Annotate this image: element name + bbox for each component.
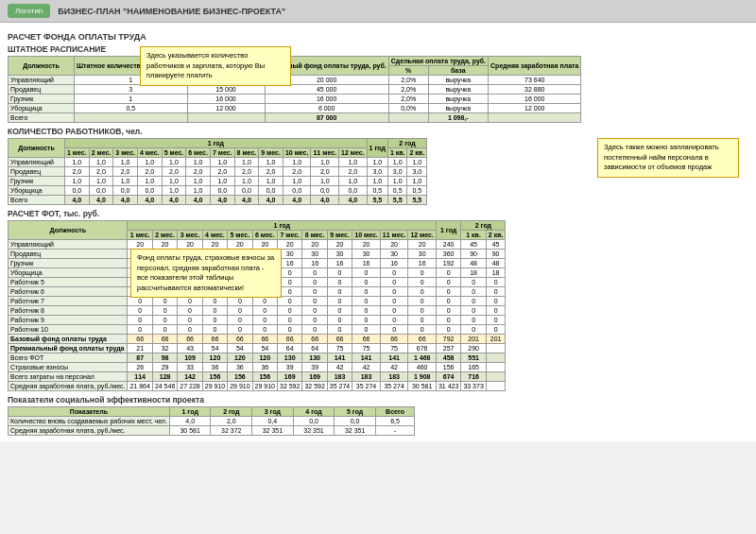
ind-row-salary: Средняя заработная плата, руб./мес. 30 5… (9, 426, 415, 436)
col-header-piecework: Сдельная оплата труда, руб. (388, 57, 488, 66)
fot-col-year1total: 1 год (436, 221, 460, 240)
wt-m7: 7 мес. (210, 148, 234, 158)
fot-col-year1: 1 год (128, 221, 436, 231)
fot-row: Работник 10000000000000000 (9, 325, 506, 335)
tooltip-auto: Фонд оплаты труда, страховые взносы за п… (130, 249, 282, 298)
staff-row: Управляющий120 00020 0002,0%выручка73 64… (9, 76, 581, 85)
ind-col-y2: 2 год (211, 407, 252, 417)
sub-title-staff: ШТАТНОЕ РАСПИСАНИЕ (8, 44, 748, 54)
sub-title-fot: РАСЧЕТ ФОТ, тыс. руб. (8, 209, 748, 218)
fot-m7: 7 мес. (278, 231, 302, 240)
ind-col-y5: 5 год (335, 407, 376, 417)
fot-m5: 5 мес. (228, 231, 252, 240)
wt-m1: 1 мес. (65, 148, 90, 158)
workers-row: Продавец2,02,02,02,02,02,02,02,02,02,02,… (9, 167, 427, 177)
fot-insurance-row: Страховые взносы262933363636393942424246… (9, 363, 506, 372)
wt-m2: 2 мес. (89, 148, 113, 158)
tooltip-gradual: Здесь также можно запланировать постепен… (597, 138, 739, 178)
logo-button[interactable]: Логотип (8, 4, 50, 18)
wt-m4: 4 мес. (137, 148, 162, 158)
fot-total-personnel-row: Всего затраты на персонал114128142156156… (9, 372, 506, 382)
fot-avg-salary-row: Средняя заработная плата, руб./мес.21 86… (9, 382, 506, 391)
fot-row: Работник 9000000000000000 (9, 316, 506, 325)
workers-table: Должность 1 год 1 год 2 год 1 мес. 2 мес… (8, 138, 427, 205)
staff-total-row: Всего87 0001 098,- (9, 113, 581, 123)
fot-table: Должность 1 год 1 год 2 год 1 мес. 2 мес… (8, 220, 506, 391)
fot-col-year2: 2 год (461, 221, 506, 231)
top-bar: Логотип БИЗНЕС-ПЛАН "НАИМЕНОВАНИЕ БИЗНЕС… (0, 0, 756, 23)
indicators-section: Показатели социальной эффективности прое… (8, 395, 748, 436)
fot-m8: 8 мес. (302, 231, 327, 240)
fot-row: Работник 7000000000000000 (9, 297, 506, 306)
fot-col-position: Должность (9, 221, 128, 240)
wt-q2: 2 кв. (407, 148, 427, 158)
wt-col-year2: 2 год (387, 139, 426, 148)
indicators-table: Показатель 1 год 2 год 3 год 4 год 5 год… (8, 406, 415, 436)
fot-premium-row: Премиальный фонд оплаты труда21324354545… (9, 344, 506, 353)
fot-m10: 10 мес. (352, 231, 381, 240)
ind-col-indicator: Показатель (9, 407, 170, 417)
ind-col-y4: 4 год (293, 407, 335, 417)
ind-col-y3: 3 год (252, 407, 294, 417)
tooltip-workers: Здесь указывается количество работников … (140, 46, 291, 86)
wt-q1: 1 кв. (387, 148, 407, 158)
fot-base-row: Базовый фонд оплаты труда666666666666666… (9, 335, 506, 344)
wt-m10: 10 мес. (283, 148, 311, 158)
fot-m12: 12 мес. (408, 231, 437, 240)
fot-q1: 1 кв. (461, 231, 486, 240)
workers-total-row: Всего4,04,04,04,04,04,04,04,04,04,04,04,… (9, 196, 427, 205)
sub-title-workers: КОЛИЧЕСТВО РАБОТНИКОВ, чел. (8, 127, 748, 136)
fot-q2: 2 кв. (486, 231, 506, 240)
fot-m2: 2 мес. (152, 231, 177, 240)
ind-row-jobs: Количество вновь создаваемых рабочих мес… (9, 417, 415, 426)
fot-row: Управляющий20202020202020202020202024045… (9, 240, 506, 250)
wt-m8: 8 мес. (234, 148, 259, 158)
fot-total-row: Всего ФОТ8798109120120120130130141141141… (9, 353, 506, 363)
workers-row: Уборщица0,00,00,00,01,01,00,00,00,00,00,… (9, 186, 427, 196)
col-sub-percent: % (388, 66, 428, 76)
wt-col-year1: 1 год (65, 139, 368, 148)
col-sub-base: база (428, 66, 489, 76)
wt-m3: 3 мес. (113, 148, 138, 158)
main-content: РАСЧЕТ ФОНДА ОПЛАТЫ ТРУДА ШТАТНОЕ РАСПИС… (0, 23, 756, 441)
wt-col-year1total: 1 год (367, 139, 387, 158)
top-bar-title: БИЗНЕС-ПЛАН "НАИМЕНОВАНИЕ БИЗНЕС-ПРОЕКТА… (58, 7, 285, 16)
ind-col-total: Всего (375, 407, 414, 417)
staff-table: Должность Штатное количество работников … (8, 56, 581, 123)
staff-row: Продавец315 00045 0002,0%выручка32 880 (9, 85, 581, 95)
wt-m5: 5 мес. (162, 148, 186, 158)
fot-m4: 4 мес. (202, 231, 227, 240)
indicators-title: Показатели социальной эффективности прое… (8, 395, 748, 405)
fot-m9: 9 мес. (327, 231, 352, 240)
wt-m9: 9 мес. (259, 148, 284, 158)
fot-m6: 6 мес. (252, 231, 277, 240)
fot-row: Работник 8000000000000000 (9, 306, 506, 316)
fot-m11: 11 мес. (380, 231, 408, 240)
workers-row: Управляющий1,01,01,01,01,01,01,01,01,01,… (9, 158, 427, 167)
wt-col-position: Должность (9, 139, 65, 158)
staff-row: Уборщица0,512 0006 0000,0%выручка12 000 (9, 104, 581, 113)
fot-m1: 1 мес. (128, 231, 152, 240)
wt-m6: 6 мес. (186, 148, 211, 158)
fot-m3: 3 мес. (178, 231, 202, 240)
col-header-avg: Средняя заработная плата (489, 57, 581, 76)
wt-m11: 11 мес. (311, 148, 339, 158)
staff-row: Грузчик116 00016 0002,0%выручка16 000 (9, 95, 581, 104)
ind-col-y1: 1 год (169, 407, 211, 417)
section-title-payroll: РАСЧЕТ ФОНДА ОПЛАТЫ ТРУДА (8, 32, 748, 42)
wt-m12: 12 мес. (339, 148, 368, 158)
col-header-position: Должность (9, 57, 75, 76)
workers-row: Грузчик1,01,01,01,01,01,01,01,01,01,01,0… (9, 177, 427, 186)
